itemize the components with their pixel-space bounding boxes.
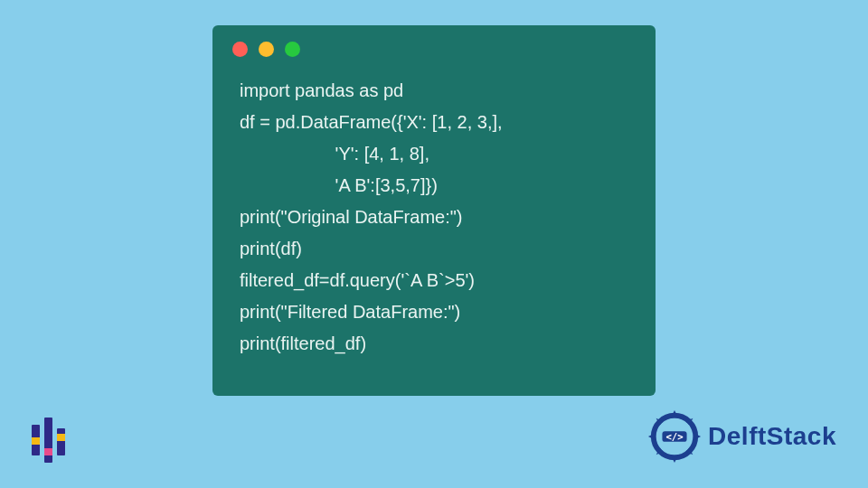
code-line: 'Y': [4, 1, 8], [240,144,429,164]
code-line: 'A B':[3,5,7]}) [240,175,438,195]
window-controls [212,25,656,64]
delftstack-gear-icon: </> [646,408,703,465]
svg-text:</>: </> [665,431,683,443]
code-window: import pandas as pd df = pd.DataFrame({'… [212,25,656,396]
close-dot-icon [232,42,248,57]
delftstack-logo: </> DelftStack [646,408,836,465]
code-line: filtered_df=df.query('`A B`>5') [240,270,475,290]
code-line: print(filtered_df) [240,333,366,353]
matplotlib-logo-icon [32,418,75,463]
minimize-dot-icon [259,42,274,57]
maximize-dot-icon [285,42,300,57]
delftstack-text: DelftStack [708,422,836,451]
code-line: df = pd.DataFrame({'X': [1, 2, 3,], [240,112,503,132]
code-content: import pandas as pd df = pd.DataFrame({'… [212,64,656,378]
code-line: print("Filtered DataFrame:") [240,302,460,322]
code-line: print(df) [240,239,302,258]
code-line: print("Original DataFrame:") [240,207,462,227]
code-line: import pandas as pd [240,80,403,100]
